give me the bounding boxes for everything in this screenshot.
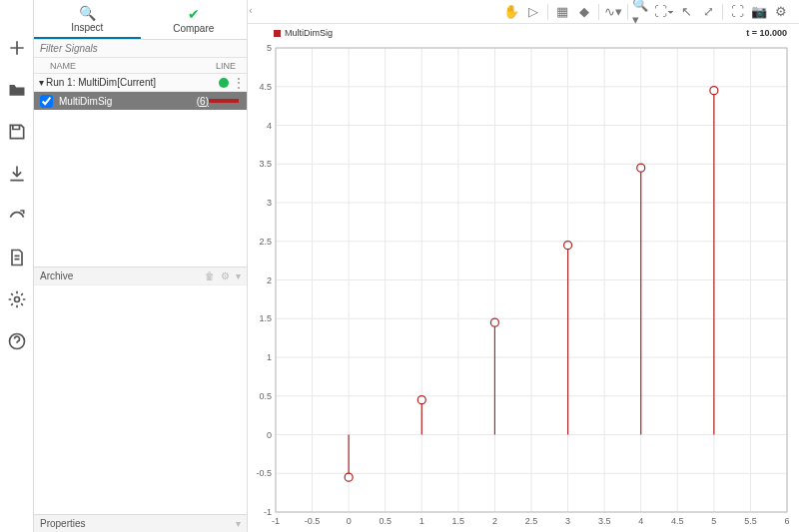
- svg-text:0: 0: [267, 430, 272, 440]
- signal-table-header: NAME LINE: [34, 58, 247, 74]
- signal-count[interactable]: (6): [197, 96, 209, 107]
- col-line: LINE: [205, 61, 247, 71]
- tab-inspect[interactable]: 🔍 Inspect: [34, 0, 141, 39]
- folder-icon[interactable]: [7, 80, 27, 100]
- svg-text:3.5: 3.5: [598, 516, 611, 526]
- plot-area[interactable]: MultiDimSig t = 10.000 -1-0.500.511.522.…: [248, 24, 799, 532]
- archive-body: [34, 284, 247, 514]
- svg-text:5: 5: [267, 43, 272, 53]
- svg-text:6: 6: [784, 516, 789, 526]
- svg-text:0: 0: [347, 516, 352, 526]
- play-icon[interactable]: ▷: [523, 2, 543, 22]
- sidebar: ‹ 🔍 Inspect ✔ Compare NAME LINE ▾ Run 1:…: [34, 0, 248, 532]
- properties-chevron-icon[interactable]: ▾: [236, 518, 241, 529]
- svg-text:4: 4: [267, 121, 272, 131]
- help-icon[interactable]: [7, 331, 27, 351]
- run-row[interactable]: ▾ Run 1: MultiDim[Current] ⋮: [34, 74, 247, 92]
- col-name: NAME: [50, 61, 205, 71]
- import-icon[interactable]: [7, 164, 27, 184]
- plot-svg[interactable]: -1-0.500.511.522.533.544.555.56-1-0.500.…: [248, 40, 799, 532]
- svg-text:3.5: 3.5: [259, 159, 272, 169]
- archive-chevron-icon[interactable]: ▾: [236, 270, 241, 281]
- toolbar-sep: [722, 4, 723, 20]
- add-icon[interactable]: [7, 38, 27, 58]
- plot-legend: MultiDimSig: [274, 28, 333, 38]
- main-panel: ✋ ▷ ▦ ◆ ∿▾ 🔍▾ ⛶▾ ↖ ⤢ ⛶ 📷 ⚙ MultiDimSig t…: [248, 0, 799, 532]
- expand-icon[interactable]: ▾: [36, 77, 46, 88]
- sidebar-tabs: 🔍 Inspect ✔ Compare: [34, 0, 247, 40]
- svg-text:1: 1: [419, 516, 424, 526]
- archive-gear-icon[interactable]: ⚙: [221, 270, 230, 281]
- svg-text:1.5: 1.5: [259, 313, 272, 323]
- svg-point-68: [637, 164, 645, 172]
- maximize-icon[interactable]: ⛶: [727, 2, 747, 22]
- svg-text:2.5: 2.5: [525, 516, 538, 526]
- svg-text:-0.5: -0.5: [305, 516, 321, 526]
- svg-text:4.5: 4.5: [259, 82, 272, 92]
- fit-icon[interactable]: ⛶▾: [654, 2, 674, 22]
- toolbar-sep: [547, 4, 548, 20]
- tab-compare[interactable]: ✔ Compare: [141, 0, 248, 39]
- layout-grid-icon[interactable]: ▦: [552, 2, 572, 22]
- cursor-icon[interactable]: ↖: [676, 2, 696, 22]
- expand-axes-icon[interactable]: ⤢: [698, 2, 718, 22]
- properties-header[interactable]: Properties ▾: [34, 514, 247, 532]
- svg-text:4.5: 4.5: [671, 516, 684, 526]
- run-more-icon[interactable]: ⋮: [233, 78, 243, 88]
- legend-swatch: [274, 30, 281, 37]
- svg-point-66: [564, 242, 572, 250]
- zoom-icon[interactable]: 🔍▾: [632, 2, 652, 22]
- check-icon: ✔: [188, 6, 200, 22]
- run-label: Run 1: MultiDim[Current]: [46, 77, 156, 88]
- svg-text:5.5: 5.5: [744, 516, 757, 526]
- svg-point-60: [345, 473, 353, 481]
- save-icon[interactable]: [7, 122, 27, 142]
- search-icon: 🔍: [79, 5, 96, 21]
- signal-list-empty: [34, 110, 247, 266]
- tab-compare-label: Compare: [173, 23, 214, 34]
- report-icon[interactable]: [7, 248, 27, 267]
- svg-text:-1: -1: [272, 516, 280, 526]
- signal-name: MultiDimSig: [59, 96, 193, 107]
- archive-label: Archive: [40, 270, 73, 281]
- sidebar-collapse-icon[interactable]: ‹: [247, 2, 255, 18]
- plot-timestamp: t = 10.000: [746, 28, 787, 38]
- settings-icon[interactable]: [7, 289, 27, 309]
- archive-delete-icon[interactable]: 🗑: [205, 270, 215, 281]
- svg-text:2: 2: [492, 516, 497, 526]
- svg-point-0: [14, 297, 19, 302]
- export-icon[interactable]: [7, 206, 27, 226]
- tab-inspect-label: Inspect: [71, 22, 103, 33]
- snapshot-icon[interactable]: 📷: [749, 2, 769, 22]
- svg-text:4: 4: [638, 516, 643, 526]
- svg-text:3: 3: [267, 198, 272, 208]
- svg-text:5: 5: [711, 516, 716, 526]
- archive-header[interactable]: Archive 🗑 ⚙ ▾: [34, 266, 247, 284]
- signal-checkbox[interactable]: [40, 95, 53, 108]
- filter-signals-input[interactable]: [40, 43, 241, 54]
- svg-text:3: 3: [565, 516, 570, 526]
- signal-row[interactable]: MultiDimSig (6): [34, 92, 247, 110]
- svg-text:-0.5: -0.5: [256, 468, 272, 478]
- svg-text:0.5: 0.5: [259, 391, 272, 401]
- plot-toolbar: ✋ ▷ ▦ ◆ ∿▾ 🔍▾ ⛶▾ ↖ ⤢ ⛶ 📷 ⚙: [248, 0, 799, 24]
- svg-point-64: [490, 318, 498, 326]
- filter-row: [34, 40, 247, 58]
- plot-settings-icon[interactable]: ⚙: [771, 2, 791, 22]
- clear-icon[interactable]: ◆: [574, 2, 594, 22]
- toolbar-sep: [627, 4, 628, 20]
- svg-text:2: 2: [267, 275, 272, 285]
- signal-style-icon[interactable]: ∿▾: [603, 2, 623, 22]
- svg-text:2.5: 2.5: [259, 237, 272, 247]
- signal-line-swatch: [209, 99, 239, 103]
- svg-text:1: 1: [267, 352, 272, 362]
- svg-text:-1: -1: [264, 507, 272, 517]
- properties-label: Properties: [40, 518, 86, 529]
- svg-text:1.5: 1.5: [452, 516, 465, 526]
- left-icon-rail: [0, 0, 34, 532]
- pan-hand-icon[interactable]: ✋: [501, 2, 521, 22]
- svg-text:0.5: 0.5: [379, 516, 392, 526]
- toolbar-sep: [598, 4, 599, 20]
- svg-point-62: [417, 396, 425, 404]
- legend-label: MultiDimSig: [285, 28, 333, 38]
